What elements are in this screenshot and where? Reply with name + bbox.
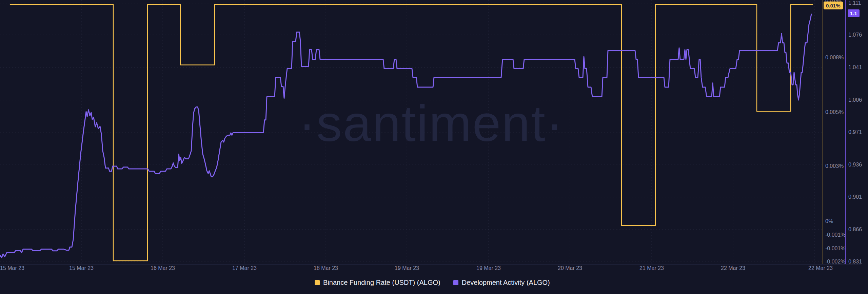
dev-axis-tick: 1.006: [848, 97, 862, 103]
funding-axis-tick: 0.008%: [825, 54, 844, 61]
dev-axis-tick: 0.866: [848, 226, 862, 233]
x-axis-tick: 18 Mar 23: [314, 265, 338, 272]
x-axis-tick: 15 Mar 23: [69, 265, 94, 272]
x-axis-tick: 15 Mar 23: [0, 265, 24, 272]
funding-axis-tick: -0.002%: [825, 258, 846, 265]
dev-axis-tick: 0.971: [848, 129, 862, 136]
dev-axis-tick: 1.076: [848, 32, 862, 38]
legend-label: Binance Funding Rate (USDT) (ALGO): [323, 279, 440, 287]
x-axis-tick: 19 Mar 23: [476, 265, 501, 272]
dev-axis-tick: 0.901: [848, 194, 862, 200]
dev-current-value-badge: 1.1: [848, 9, 860, 17]
funding-axis-tick: -0.001%: [825, 245, 846, 252]
watermark: ·santiment·: [299, 94, 564, 153]
x-axis-tick: 17 Mar 23: [232, 265, 257, 272]
dev-axis-tick: 1.041: [848, 64, 862, 71]
legend-item-dev-activity[interactable]: Development Activity (ALGO): [453, 279, 550, 287]
legend-label: Development Activity (ALGO): [462, 279, 550, 287]
x-axis-tick: 19 Mar 23: [395, 265, 419, 272]
dev-axis-tick: 0.936: [848, 161, 862, 168]
legend: Binance Funding Rate (USDT) (ALGO) Devel…: [315, 279, 550, 287]
x-axis-tick: 16 Mar 23: [151, 265, 175, 272]
funding-current-value-badge: 0.01%: [824, 2, 843, 9]
x-axis-tick: 21 Mar 23: [639, 265, 664, 272]
funding-axis-tick: 0%: [825, 218, 833, 225]
x-axis-tick: 20 Mar 23: [558, 265, 582, 272]
funding-rate-swatch-icon: [315, 280, 320, 285]
dev-axis-tick: 1.111: [848, 0, 861, 6]
funding-axis-tick: -0.001%: [825, 232, 846, 238]
funding-axis-tick: 0.003%: [825, 163, 844, 170]
chart-root: ·santiment· 15 Mar 2315 Mar 2316 Mar 231…: [0, 0, 868, 294]
x-axis-tick: 22 Mar 23: [721, 265, 745, 272]
dev-axis-tick: 0.831: [848, 258, 862, 265]
dev-activity-swatch-icon: [453, 280, 458, 285]
legend-item-funding-rate[interactable]: Binance Funding Rate (USDT) (ALGO): [315, 279, 440, 287]
x-axis-tick: 22 Mar 23: [808, 265, 833, 272]
funding-axis-tick: 0.005%: [825, 109, 844, 116]
